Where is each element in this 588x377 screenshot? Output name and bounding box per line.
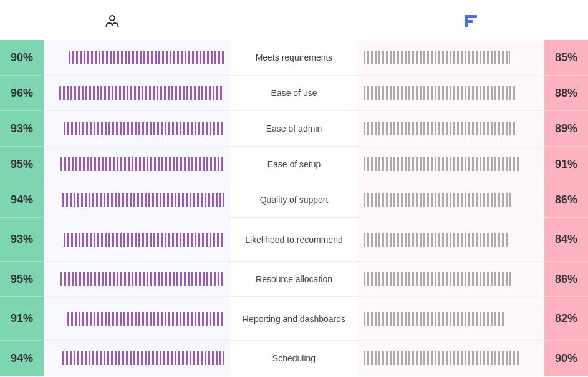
float-score-value-6: 86% (555, 273, 577, 286)
float-score-value-0: 85% (555, 51, 577, 64)
rg-score-value-0: 90% (11, 51, 33, 64)
rg-bar-7 (67, 312, 224, 326)
rg-bars-column (44, 40, 231, 376)
rg-score-4: 94% (0, 182, 44, 218)
float-bar-2 (364, 122, 517, 135)
rg-score-0: 90% (0, 40, 44, 76)
rg-bar-4 (62, 193, 224, 207)
rg-score-3: 95% (0, 147, 44, 182)
rg-bar-cell-6 (44, 262, 231, 297)
float-score-8: 90% (544, 341, 588, 376)
rg-bar-cell-1 (44, 76, 231, 111)
float-score-value-8: 90% (555, 352, 577, 365)
float-score-4: 86% (544, 182, 588, 218)
float-score-6: 86% (544, 262, 588, 297)
float-score-0: 85% (544, 40, 588, 76)
float-score-2: 89% (544, 111, 588, 147)
rg-score-value-8: 94% (11, 352, 33, 365)
float-svg-icon (462, 12, 480, 30)
float-score-5: 84% (544, 218, 588, 262)
rg-scores-column: 90%96%93%95%94%93%95%91%94% (0, 40, 44, 376)
rg-logo-area (0, 13, 229, 33)
rg-score-2: 93% (0, 111, 44, 147)
rg-bar-2 (64, 122, 224, 135)
float-score-7: 82% (544, 297, 588, 341)
rg-logo (102, 13, 127, 33)
rg-icon (102, 13, 122, 33)
row-label-8: Scheduling (231, 341, 357, 376)
rg-score-value-1: 96% (11, 87, 33, 100)
labels-column: Meets requirementsEase of useEase of adm… (231, 40, 357, 376)
float-bars-column (357, 40, 544, 376)
header (0, 0, 588, 40)
float-bar-cell-1 (357, 76, 544, 111)
rg-score-value-6: 95% (11, 273, 33, 286)
rg-score-value-4: 94% (11, 193, 33, 207)
rg-bar-cell-7 (44, 297, 231, 341)
rg-bar-3 (60, 157, 224, 171)
rg-bar-cell-8 (44, 341, 231, 376)
float-score-value-5: 84% (555, 233, 577, 246)
rg-bar-cell-0 (44, 40, 231, 76)
float-bar-cell-8 (357, 341, 544, 376)
row-label-5: Likelihood to recommend (231, 218, 357, 262)
float-bar-3 (364, 157, 521, 171)
rg-bar-1 (59, 86, 224, 100)
float-bar-8 (364, 351, 519, 365)
float-bar-cell-2 (357, 111, 544, 147)
float-bar-cell-6 (357, 262, 544, 297)
float-bar-cell-0 (357, 40, 544, 76)
row-label-2: Ease of admin (231, 111, 357, 147)
rg-bar-0 (69, 51, 224, 64)
rg-bar-cell-3 (44, 147, 231, 182)
float-scores-column: 85%88%89%91%86%84%86%82%90% (544, 40, 588, 376)
float-logo-area (359, 12, 588, 34)
rg-score-1: 96% (0, 76, 44, 111)
rg-score-5: 93% (0, 218, 44, 262)
float-bar-cell-5 (357, 218, 544, 262)
rg-bar-cell-5 (44, 218, 231, 262)
float-bar-cell-3 (357, 147, 544, 182)
rg-bar-6 (60, 272, 224, 286)
rg-score-7: 91% (0, 297, 44, 341)
float-score-value-1: 88% (555, 87, 577, 100)
row-label-1: Ease of use (231, 76, 357, 111)
rg-score-value-7: 91% (11, 312, 33, 325)
float-bar-7 (364, 312, 506, 326)
float-score-3: 91% (544, 147, 588, 182)
float-score-value-4: 86% (555, 193, 577, 207)
rg-score-value-3: 95% (11, 158, 33, 171)
rg-score-8: 94% (0, 341, 44, 376)
svg-point-0 (110, 16, 115, 21)
float-logo (462, 12, 484, 34)
svg-rect-3 (465, 20, 473, 23)
row-label-4: Quality of support (231, 182, 357, 218)
row-label-3: Ease of setup (231, 147, 357, 182)
float-score-value-7: 82% (555, 312, 577, 325)
rg-bar-cell-2 (44, 111, 231, 147)
float-score-value-3: 91% (555, 158, 577, 171)
float-score-value-2: 89% (555, 122, 577, 135)
float-bar-cell-7 (357, 297, 544, 341)
float-bar-0 (364, 51, 510, 64)
rg-score-value-5: 93% (11, 233, 33, 246)
float-icon (462, 12, 480, 34)
row-label-0: Meets requirements (231, 40, 357, 76)
float-bar-4 (364, 193, 512, 207)
svg-rect-2 (465, 15, 477, 18)
rg-score-6: 95% (0, 262, 44, 297)
float-score-1: 88% (544, 76, 588, 111)
float-bar-cell-4 (357, 182, 544, 218)
float-bar-1 (364, 86, 516, 100)
rg-score-value-2: 93% (11, 122, 33, 135)
row-label-7: Reporting and dashboards (231, 297, 357, 341)
rg-bar-5 (64, 233, 224, 247)
comparison-table: 90%96%93%95%94%93%95%91%94% Meets requir… (0, 40, 588, 376)
rg-bar-8 (62, 351, 224, 365)
row-label-6: Resource allocation (231, 262, 357, 297)
rg-bar-cell-4 (44, 182, 231, 218)
float-bar-5 (364, 233, 509, 247)
main-container: 90%96%93%95%94%93%95%91%94% Meets requir… (0, 0, 588, 376)
float-bar-6 (364, 272, 512, 286)
